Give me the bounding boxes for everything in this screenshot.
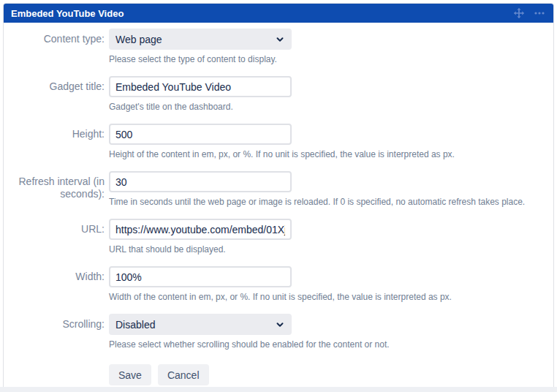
- gadget-header: Embeded YouTube Video: [4, 4, 553, 23]
- form-row-content-type: Content type: Web page Please select the…: [4, 29, 546, 64]
- form-buttons: Save Cancel: [109, 364, 546, 385]
- form-row-refresh-interval: Refresh interval (in seconds): Time in s…: [4, 171, 546, 207]
- refresh-interval-label: Refresh interval (in seconds):: [4, 176, 105, 200]
- gadget-title-description: Gadget's title on the dashboard.: [109, 102, 546, 112]
- dashboard-page: Embeded YouTube Video: [0, 0, 557, 392]
- refresh-interval-input[interactable]: [109, 171, 292, 192]
- form-row-gadget-title: Gadget title: Gadget's title on the dash…: [4, 76, 546, 112]
- content-type-select[interactable]: Web page: [109, 29, 292, 50]
- height-input[interactable]: [109, 124, 292, 145]
- gadget-header-title: Embeded YouTube Video: [11, 8, 512, 19]
- width-label: Width:: [4, 271, 105, 283]
- url-input[interactable]: [109, 219, 292, 240]
- url-description: URL that should be displayed.: [109, 244, 546, 255]
- gadget-embedded-youtube-video: Embeded YouTube Video: [3, 3, 554, 392]
- chevron-down-icon: [275, 34, 285, 45]
- page-bottom-strip: [0, 387, 557, 392]
- scrolling-label: Scrolling:: [4, 318, 105, 331]
- width-input[interactable]: [109, 266, 292, 287]
- move-icon[interactable]: [512, 7, 526, 20]
- content-type-selected-value: Web page: [115, 34, 275, 45]
- refresh-interval-description: Time in seconds until the web page or im…: [109, 197, 546, 207]
- scrolling-description: Please select whether scrolling should b…: [109, 339, 546, 350]
- gadget-title-input[interactable]: [109, 76, 292, 97]
- scrolling-selected-value: Disabled: [115, 319, 275, 331]
- gadget-header-icons: [512, 7, 546, 20]
- gadget-title-label: Gadget title:: [4, 80, 105, 93]
- form-row-width: Width: Width of the content in em, px, o…: [4, 266, 546, 302]
- cancel-button[interactable]: Cancel: [158, 364, 209, 385]
- url-label: URL:: [4, 223, 105, 235]
- chevron-down-icon: [275, 320, 285, 330]
- form-row-scrolling: Scrolling: Disabled Please select whethe…: [4, 314, 546, 350]
- content-type-label: Content type:: [4, 33, 105, 45]
- form-row-url: URL: URL that should be displayed.: [4, 219, 546, 255]
- gadget-config-form: Content type: Web page Please select the…: [4, 23, 553, 391]
- height-label: Height:: [4, 128, 105, 140]
- width-description: Width of the content in em, px, or %. If…: [109, 292, 546, 302]
- more-menu-icon[interactable]: [533, 7, 546, 20]
- height-description: Height of the content in em, px, or %. I…: [109, 149, 546, 159]
- form-row-height: Height: Height of the content in em, px,…: [4, 124, 546, 159]
- content-type-description: Please select the type of content to dis…: [109, 54, 546, 64]
- scrolling-select[interactable]: Disabled: [109, 314, 292, 335]
- save-button[interactable]: Save: [109, 364, 151, 385]
